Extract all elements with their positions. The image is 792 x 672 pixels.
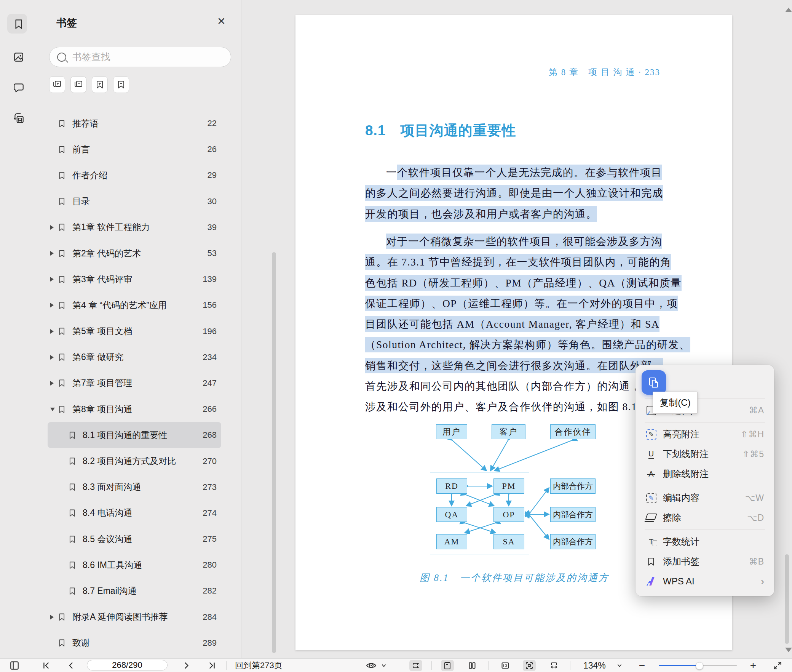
expand-caret-icon[interactable]	[50, 355, 54, 360]
bookmark-item[interactable]: 致谢289	[48, 630, 221, 656]
bookmark-search-input[interactable]: 书签查找	[49, 47, 231, 67]
bookmarks-tab-icon[interactable]	[11, 17, 26, 31]
text-line: 保证工程师）、OP（运维工程师）等。在一个对外的项目中，项	[365, 293, 666, 314]
bookmark-item[interactable]: 第5章 项目文档196	[48, 318, 221, 344]
zoom-out-button[interactable]: −	[635, 659, 649, 672]
bookmark-label: 第4 章 “代码的艺术”应用	[72, 299, 167, 311]
bookmark-item[interactable]: 第8章 项目沟通266	[48, 396, 221, 422]
bookmark-item[interactable]: 第2章 代码的艺术53	[48, 240, 221, 266]
bookmark-item[interactable]: 8.3 面对面沟通273	[48, 474, 221, 500]
fullscreen-button[interactable]	[770, 659, 785, 672]
menu-item-label: WPS AI	[663, 576, 695, 587]
bookmark-item[interactable]: 第1章 软件工程能力39	[48, 214, 221, 240]
thumbnails-tab-icon[interactable]	[11, 50, 26, 64]
expand-caret-icon[interactable]	[50, 615, 54, 619]
expand-caret-icon[interactable]	[50, 303, 54, 307]
paragraph: 一个软件项目仅靠一个人是无法完成的。在参与软件项目的多人之间必然要进行沟通。即使…	[365, 162, 666, 224]
page-number-input[interactable]: 268/290	[87, 660, 168, 670]
bookmark-page-number: 29	[208, 170, 217, 180]
continuous-scroll-view-button[interactable]	[409, 660, 422, 671]
expand-caret-icon[interactable]	[50, 225, 54, 230]
collapse-all-button[interactable]	[70, 76, 86, 93]
figure-team-node: AM	[436, 534, 467, 549]
eye-dropdown-chevron-icon[interactable]	[379, 659, 388, 672]
bookmark-item[interactable]: 8.7 Email沟通282	[48, 578, 221, 604]
edit-icon	[645, 492, 657, 504]
export-annotations-tab-icon[interactable]	[11, 111, 26, 125]
menu-separator	[645, 422, 765, 422]
expand-caret-icon[interactable]	[50, 251, 54, 256]
single-page-view-button[interactable]	[441, 660, 454, 671]
zoom-level-value[interactable]: 134%	[583, 659, 606, 672]
first-page-button[interactable]	[39, 659, 54, 672]
figure-team-node: RD	[436, 478, 467, 494]
menu-item-eraser[interactable]: 擦除⌥D	[636, 508, 774, 528]
menu-item-wpsai[interactable]: WPS AI›	[636, 571, 774, 591]
window-scrollbar-thumb[interactable]	[785, 554, 789, 644]
zoom-dropdown-chevron-icon[interactable]	[615, 659, 624, 672]
bookmark-page-number: 275	[203, 534, 217, 544]
sidebar-scrollbar[interactable]	[272, 252, 276, 653]
bookmark-page-number: 247	[203, 378, 217, 388]
menu-item-label: 字数统计	[663, 536, 699, 548]
figure-caption: 图 8.1 一个软件项目可能涉及的沟通方	[364, 571, 665, 584]
next-page-button[interactable]	[178, 659, 193, 672]
expand-all-button[interactable]	[49, 76, 65, 93]
two-page-view-button[interactable]	[466, 660, 479, 671]
search-icon	[57, 53, 66, 62]
eye-protection-icon[interactable]	[364, 659, 379, 672]
copy-quick-button[interactable]	[642, 370, 666, 395]
last-page-button[interactable]	[204, 659, 219, 672]
menu-item-underline[interactable]: U下划线附注⇧⌘5	[636, 444, 774, 464]
menu-item-strike[interactable]: A删除线附注	[636, 464, 774, 484]
previous-page-button[interactable]	[64, 659, 79, 672]
bookmark-label: 8.3 面对面沟通	[83, 481, 141, 493]
bookmark-item[interactable]: 前言26	[48, 136, 221, 162]
fit-width-button[interactable]	[548, 660, 560, 671]
bookmark-item[interactable]: 附录A 延伸阅读图书推荐284	[48, 604, 221, 630]
bookmark-item[interactable]: 推荐语22	[48, 110, 221, 136]
bookmark-label: 8.7 Email沟通	[83, 585, 137, 597]
scrollbar-down-arrow[interactable]	[785, 648, 792, 652]
expand-caret-icon[interactable]	[50, 329, 54, 334]
close-panel-icon[interactable]: ✕	[217, 15, 226, 27]
bookmark-page-number: 282	[203, 586, 217, 596]
toggle-sidebar-button[interactable]	[7, 659, 22, 672]
bookmark-icon	[57, 327, 66, 336]
bookmark-item[interactable]: 8.6 IM工具沟通280	[48, 552, 221, 578]
selected-text-segment: （Solution Architect, 解决方案架构师）等角色。围绕产品的研发…	[365, 337, 690, 352]
bookmark-item[interactable]: 第4 章 “代码的艺术”应用156	[48, 292, 221, 318]
menu-item-bookmark[interactable]: 添加书签⌘B	[636, 552, 774, 571]
bookmark-icon	[68, 587, 77, 595]
fit-page-button[interactable]	[523, 660, 536, 671]
menu-item-highlight[interactable]: 高亮附注⇧⌘H	[636, 424, 774, 444]
bookmark-item[interactable]: 8.1 项目沟通的重要性268	[48, 422, 221, 448]
bookmark-item[interactable]: 第3章 代码评审139	[48, 266, 221, 292]
scrollbar-up-arrow[interactable]	[785, 8, 792, 12]
zoom-in-button[interactable]: +	[746, 659, 760, 672]
bookmark-item[interactable]: 目录30	[48, 189, 221, 214]
menu-item-edit[interactable]: 编辑内容⌥W	[636, 488, 774, 508]
divider	[398, 661, 398, 670]
bookmark-item[interactable]: 8.5 会议沟通275	[48, 526, 221, 552]
figure-node: 内部合作方	[550, 507, 596, 522]
collapse-caret-icon[interactable]	[50, 408, 55, 411]
bookmark-item[interactable]: 作者介绍29	[48, 162, 221, 188]
menu-item-wordcount[interactable]: T字数统计	[636, 532, 774, 552]
divider	[488, 661, 489, 670]
back-to-page-button[interactable]: 回到第273页	[235, 659, 283, 672]
book-view-button[interactable]	[499, 660, 512, 671]
comments-tab-icon[interactable]	[11, 80, 26, 95]
remove-bookmark-button[interactable]	[113, 76, 129, 93]
add-bookmark-button[interactable]	[92, 76, 108, 93]
expand-caret-icon[interactable]	[50, 277, 54, 282]
bookmark-item[interactable]: 第6章 做研究234	[48, 344, 221, 370]
bookmark-item[interactable]: 第7章 项目管理247	[48, 370, 221, 396]
bottom-toolbar: 268/290 回到第273页 134% − +	[0, 658, 792, 672]
bookmark-item[interactable]: 8.4 电话沟通274	[48, 500, 221, 526]
zoom-slider-thumb[interactable]	[696, 662, 703, 670]
bookmark-item[interactable]: 8.2 项目沟通方式及对比270	[48, 448, 221, 474]
expand-caret-icon[interactable]	[50, 381, 54, 386]
menu-shortcut: ⇧⌘H	[741, 429, 764, 440]
bookmark-page-number: 280	[203, 560, 217, 570]
